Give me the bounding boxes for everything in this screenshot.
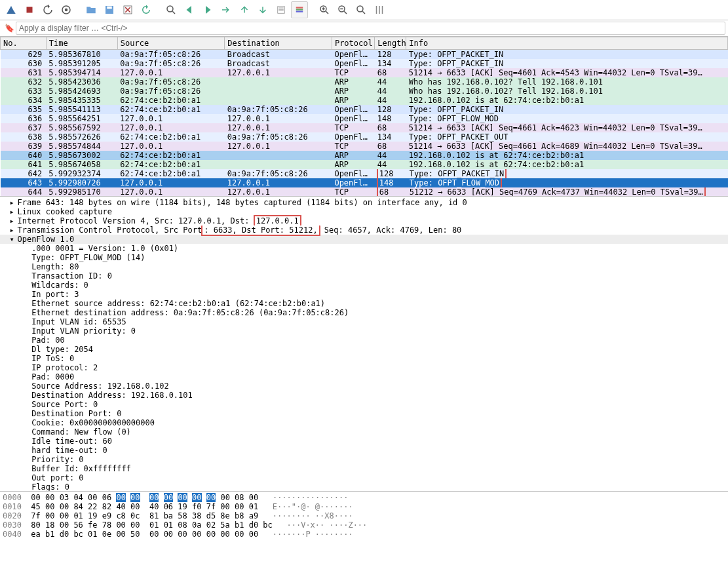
tree-node[interactable]: .000 0001 = Version: 1.0 (0x01) (0, 244, 728, 253)
tree-node[interactable]: Out port: 0 (0, 473, 728, 482)
packet-row[interactable]: 6365.985564251127.0.0.1127.0.0.1OpenFl…1… (1, 114, 728, 123)
tree-node[interactable]: Destination Address: 192.168.0.101 (0, 391, 728, 400)
packet-row[interactable]: 6295.9853678100a:9a:7f:05:c8:26Broadcast… (1, 50, 728, 60)
tree-node[interactable]: ▸ Internet Protocol Version 4, Src: 127.… (0, 216, 728, 225)
svg-rect-0 (27, 7, 33, 13)
svg-point-6 (167, 6, 173, 12)
packet-row[interactable]: 6395.985574844127.0.0.1127.0.0.1TCP68512… (1, 142, 728, 151)
col-source[interactable]: Source (117, 37, 225, 50)
svg-rect-7 (278, 7, 285, 14)
auto-scroll-icon[interactable] (273, 1, 290, 18)
reload-file-icon[interactable] (138, 1, 155, 18)
stop-capture-icon[interactable] (21, 1, 38, 18)
packet-row[interactable]: 6325.9854230360a:9a:7f:05:c8:26ARP44Who … (1, 77, 728, 87)
go-last-icon[interactable] (254, 1, 271, 18)
tree-node[interactable]: Type: OFPT_FLOW_MOD (14) (0, 253, 728, 262)
zoom-in-icon[interactable] (316, 1, 333, 18)
tree-node[interactable]: ▸ Frame 643: 148 bytes on wire (1184 bit… (0, 198, 728, 207)
tree-node[interactable]: Command: New flow (0) (0, 427, 728, 437)
bookmark-icon[interactable]: 🔖 (3, 22, 16, 35)
tree-node[interactable]: Length: 80 (0, 262, 728, 271)
col-info[interactable]: Info (406, 37, 728, 50)
tree-node[interactable]: Dl type: 2054 (0, 345, 728, 354)
hex-line[interactable]: 0040 ea b1 d0 bc 01 0e 00 50 00 00 00 00… (3, 530, 725, 539)
tree-node[interactable]: Ethernet destination address: 0a:9a:7f:0… (0, 308, 728, 317)
tree-node[interactable]: Priority: 0 (0, 455, 728, 464)
hex-line[interactable]: 0000 00 00 03 04 00 06 00 00 00 00 00 00… (3, 493, 725, 502)
packet-row[interactable]: 6315.985394714127.0.0.1127.0.0.1TCP68512… (1, 68, 728, 77)
col-length[interactable]: Length (375, 37, 406, 50)
tree-node[interactable]: Cookie: 0x0000000000000000 (0, 418, 728, 427)
tree-node[interactable]: In port: 3 (0, 290, 728, 299)
display-filter-input[interactable] (16, 22, 725, 35)
tree-node[interactable]: Source Address: 192.168.0.102 (0, 381, 728, 391)
tree-node[interactable]: Buffer Id: 0xffffffff (0, 464, 728, 473)
packet-row[interactable]: 6335.9854246930a:9a:7f:05:c8:26ARP44Who … (1, 87, 728, 96)
go-back-icon[interactable] (181, 1, 198, 18)
packet-row[interactable]: 6435.992980726127.0.0.1127.0.0.1OpenFl…1… (1, 178, 728, 187)
hex-line[interactable]: 0020 7f 00 00 01 19 e9 c8 0c 81 ba 58 38… (3, 511, 725, 520)
shark-fin-icon[interactable] (3, 1, 20, 18)
tree-node[interactable]: Pad: 00 (0, 336, 728, 345)
svg-rect-9 (296, 9, 303, 10)
svg-rect-10 (296, 11, 303, 12)
hex-line[interactable]: 0030 80 18 00 56 fe 78 00 00 01 01 08 0a… (3, 520, 725, 530)
hex-line[interactable]: 0010 45 00 00 84 22 82 40 00 40 06 19 f0… (3, 502, 725, 511)
go-to-packet-icon[interactable] (218, 1, 235, 18)
svg-rect-4 (107, 7, 112, 9)
tree-node[interactable]: ▸ Transmission Control Protocol, Src Por… (0, 225, 728, 235)
svg-rect-8 (296, 7, 303, 9)
col-protocol[interactable]: Protocol (332, 37, 374, 50)
tree-node[interactable]: Transaction ID: 0 (0, 271, 728, 281)
svg-point-13 (357, 6, 363, 12)
tree-node[interactable]: Ethernet source address: 62:74:ce:b2:b0:… (0, 299, 728, 308)
open-file-icon[interactable] (83, 1, 100, 18)
packet-row[interactable]: 6345.98543533562:74:ce:b2:b0:a1ARP44192.… (1, 96, 728, 105)
tree-node[interactable]: Source Port: 0 (0, 400, 728, 409)
packet-list-pane[interactable]: No.TimeSourceDestinationProtocolLengthIn… (0, 37, 728, 197)
tree-node[interactable]: Flags: 0 (0, 482, 728, 492)
zoom-out-icon[interactable] (334, 1, 351, 18)
tree-node[interactable]: Pad: 0000 (0, 372, 728, 381)
packet-row[interactable]: 6425.99293237462:74:ce:b2:b0:a10a:9a:7f:… (1, 169, 728, 178)
restart-capture-icon[interactable] (39, 1, 56, 18)
tree-node[interactable]: IP ToS: 0 (0, 354, 728, 363)
tree-node[interactable]: IP protocol: 2 (0, 363, 728, 372)
col-no[interactable]: No. (1, 37, 47, 50)
find-packet-icon[interactable] (163, 1, 180, 18)
go-first-icon[interactable] (236, 1, 253, 18)
tree-node[interactable]: Wildcards: 0 (0, 281, 728, 290)
packet-list-header[interactable]: No.TimeSourceDestinationProtocolLengthIn… (1, 37, 728, 50)
display-filter-bar: 🔖 (0, 20, 728, 37)
go-forward-icon[interactable] (199, 1, 216, 18)
tree-node[interactable]: Input VLAN priority: 0 (0, 326, 728, 336)
tree-node[interactable]: Idle time-out: 60 (0, 437, 728, 446)
tree-node[interactable]: Destination Port: 0 (0, 409, 728, 418)
colorize-icon[interactable] (291, 1, 308, 18)
main-toolbar (0, 0, 728, 20)
tree-node[interactable]: hard time-out: 0 (0, 446, 728, 455)
packet-row[interactable]: 6375.985567592127.0.0.1127.0.0.1TCP68512… (1, 123, 728, 132)
tree-node[interactable]: ▾ OpenFlow 1.0 (0, 235, 728, 244)
svg-point-2 (65, 9, 68, 12)
tree-node[interactable]: ▸ Linux cooked capture (0, 207, 728, 216)
close-file-icon[interactable] (119, 1, 136, 18)
col-time[interactable]: Time (46, 37, 117, 50)
packet-row[interactable]: 6405.98567300262:74:ce:b2:b0:a1ARP44192.… (1, 151, 728, 160)
capture-options-icon[interactable] (58, 1, 75, 18)
zoom-reset-icon[interactable] (353, 1, 370, 18)
packet-row[interactable]: 6445.992985170127.0.0.1127.0.0.1TCP68512… (1, 187, 728, 197)
packet-row[interactable]: 6355.98554111362:74:ce:b2:b0:a10a:9a:7f:… (1, 105, 728, 114)
tree-node[interactable]: Input VLAN id: 65535 (0, 317, 728, 326)
packet-bytes-pane[interactable]: 0000 00 00 03 04 00 06 00 00 00 00 00 00… (0, 492, 728, 544)
packet-row[interactable]: 6415.98567405862:74:ce:b2:b0:a1ARP44192.… (1, 160, 728, 169)
col-destination[interactable]: Destination (225, 37, 332, 50)
resize-columns-icon[interactable] (371, 1, 388, 18)
packet-row[interactable]: 6385.98557262662:74:ce:b2:b0:a10a:9a:7f:… (1, 132, 728, 142)
save-file-icon[interactable] (101, 1, 118, 18)
packet-row[interactable]: 6305.9853912050a:9a:7f:05:c8:26Broadcast… (1, 59, 728, 68)
packet-details-pane[interactable]: ▸ Frame 643: 148 bytes on wire (1184 bit… (0, 197, 728, 492)
